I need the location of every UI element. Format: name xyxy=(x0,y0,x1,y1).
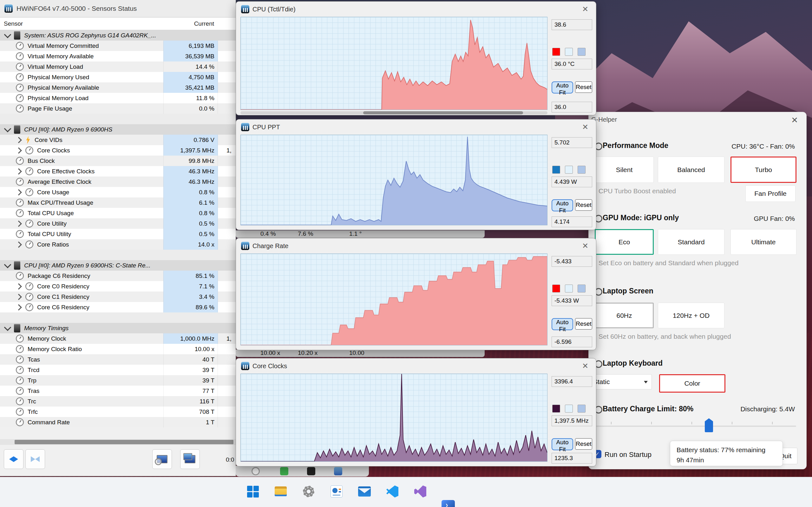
sensor-row[interactable]: Core C1 Residency3.4 % xyxy=(0,291,236,302)
scrollbar-thumb[interactable] xyxy=(363,111,523,114)
sensor-row[interactable]: Core Effective Clocks46.3 MHz xyxy=(0,166,236,176)
graph-window-titlebar[interactable]: CPU (Tctl/Tdie)✕ xyxy=(236,2,596,17)
graph-scrollbar[interactable] xyxy=(241,111,548,114)
auto-fit-button[interactable]: Auto Fit xyxy=(552,199,573,211)
graph-window-titlebar[interactable]: Core Clocks✕ xyxy=(236,358,596,374)
sensor-row[interactable]: Physical Memory Available35,421 MB xyxy=(0,82,236,93)
taskbar-icon-explorer[interactable] xyxy=(274,485,288,498)
scrollbar-thumb[interactable] xyxy=(14,440,234,444)
auto-fit-button[interactable]: Auto Fit xyxy=(552,438,573,450)
background-color-swatch[interactable] xyxy=(565,166,573,174)
close-icon[interactable]: ✕ xyxy=(582,123,589,131)
expand-icon[interactable] xyxy=(15,168,22,175)
sensor-row[interactable]: Core VIDs0.786 V xyxy=(0,135,236,145)
taskbar-icon-start[interactable] xyxy=(246,485,260,498)
sensor-row[interactable]: Core Usage0.8 % xyxy=(0,187,236,198)
sensor-row[interactable]: Core C0 Residency7.1 % xyxy=(0,281,236,291)
collapse-icon[interactable] xyxy=(4,324,11,331)
graph-window-titlebar[interactable]: CPU PPT✕ xyxy=(236,119,596,135)
sensor-group-row[interactable]: CPU [#0]: AMD Ryzen 9 6900HS: C-State Re… xyxy=(0,260,236,271)
background-color-swatch[interactable] xyxy=(565,285,573,292)
series-color-swatch[interactable] xyxy=(552,48,560,56)
grid-color-swatch[interactable] xyxy=(577,285,586,292)
gpu-button-eco[interactable]: Eco xyxy=(595,229,654,255)
sensor-row[interactable]: Trcd39 T xyxy=(0,365,236,375)
mode-button-silent[interactable]: Silent xyxy=(595,157,654,183)
sensor-row[interactable]: Package C6 Residency85.1 % xyxy=(0,271,236,281)
monitor-search-button[interactable] xyxy=(152,449,172,469)
keyboard-mode-dropdown[interactable]: Static xyxy=(590,374,652,389)
column-header-current[interactable]: Current xyxy=(163,20,214,27)
sensor-row[interactable]: Core C6 Residency89.6 % xyxy=(0,302,236,313)
expand-icon[interactable] xyxy=(15,304,22,311)
close-icon[interactable]: ✕ xyxy=(791,115,798,125)
close-icon[interactable]: ✕ xyxy=(582,361,589,371)
remote-monitors-button[interactable] xyxy=(180,449,200,469)
fan-profile-button[interactable]: Fan Profile xyxy=(745,185,796,202)
reset-button[interactable]: Reset xyxy=(575,318,592,330)
grid-color-swatch[interactable] xyxy=(577,48,586,56)
screen-button-120hz[interactable]: 120Hz + OD xyxy=(658,302,724,328)
expand-icon[interactable] xyxy=(15,221,22,227)
close-icon[interactable]: ✕ xyxy=(582,5,589,14)
sensor-row[interactable]: Core Ratios14.0 x xyxy=(0,239,236,250)
sensor-row[interactable]: Tcas40 T xyxy=(0,354,236,365)
taskbar-icon-powershell[interactable] xyxy=(441,498,455,507)
taskbar-icon-visual-studio[interactable] xyxy=(413,485,427,498)
collapse-icon[interactable] xyxy=(4,125,11,132)
grid-color-swatch[interactable] xyxy=(577,405,586,412)
sensor-row[interactable]: Memory Clock Ratio10.00 x xyxy=(0,344,236,354)
sensor-row[interactable]: Virtual Memory Available36,539 MB xyxy=(0,51,236,61)
collapse-icon[interactable] xyxy=(4,31,11,38)
expand-icon[interactable] xyxy=(15,241,22,248)
sensor-row[interactable]: Total CPU Utility0.5 % xyxy=(0,229,236,239)
taskbar-icon-mail[interactable] xyxy=(357,485,371,498)
sensor-row[interactable]: Bus Clock99.8 MHz xyxy=(0,156,236,166)
background-color-swatch[interactable] xyxy=(565,405,573,412)
auto-fit-button[interactable]: Auto Fit xyxy=(552,318,573,330)
mode-button-turbo[interactable]: Turbo xyxy=(730,157,797,183)
sensor-row[interactable]: Tras77 T xyxy=(0,386,236,396)
horizontal-scrollbar[interactable] xyxy=(0,439,236,445)
column-header-sensor[interactable]: Sensor xyxy=(4,20,23,27)
screen-button-60hz[interactable]: 60Hz xyxy=(595,302,654,328)
sensor-row[interactable]: Page File Usage0.0 % xyxy=(0,103,236,114)
expand-icon[interactable] xyxy=(15,147,22,154)
series-color-swatch[interactable] xyxy=(552,166,560,174)
graph-window-titlebar[interactable]: Charge Rate✕ xyxy=(236,238,596,253)
taskbar-icon-settings[interactable] xyxy=(302,485,316,498)
gpu-button-standard[interactable]: Standard xyxy=(658,229,724,255)
taskbar-icon-vscode[interactable] xyxy=(386,485,399,498)
sensor-group-row[interactable]: CPU [#0]: AMD Ryzen 9 6900HS xyxy=(0,124,236,135)
taskbar-icon-system-tool[interactable] xyxy=(329,485,344,498)
hwinfo-titlebar[interactable]: HWiNFO64 v7.40-5000 - Sensors Status xyxy=(0,0,236,17)
collapse-icon[interactable] xyxy=(4,261,11,268)
keyboard-color-button[interactable]: Color xyxy=(659,374,725,393)
gpu-button-ultimate[interactable]: Ultimate xyxy=(730,229,797,255)
sensor-row[interactable]: Core Utility0.5 % xyxy=(0,218,236,229)
collapse-columns-button[interactable] xyxy=(26,449,45,469)
battery-limit-slider[interactable] xyxy=(595,426,796,427)
sensor-row[interactable]: Virtual Memory Load14.4 % xyxy=(0,61,236,72)
expand-icon[interactable] xyxy=(15,189,22,195)
sensor-group-row[interactable]: System: ASUS ROG Zephyrus G14 GA402RK_..… xyxy=(0,30,236,41)
sensor-row[interactable]: Core Clocks1,397.5 MHz1, xyxy=(0,145,236,156)
grid-color-swatch[interactable] xyxy=(577,166,586,174)
reset-button[interactable]: Reset xyxy=(575,438,592,450)
close-icon[interactable]: ✕ xyxy=(582,241,589,250)
expand-icon[interactable] xyxy=(15,294,22,300)
sensor-row[interactable]: Trp39 T xyxy=(0,375,236,386)
sensor-row[interactable]: Physical Memory Used4,750 MB xyxy=(0,72,236,82)
sensor-group-row[interactable]: Memory Timings xyxy=(0,323,236,333)
sensor-row[interactable]: Average Effective Clock46.3 MHz xyxy=(0,176,236,187)
reset-button[interactable]: Reset xyxy=(575,199,592,211)
sensor-row[interactable]: Physical Memory Load11.8 % xyxy=(0,93,236,103)
mode-button-balanced[interactable]: Balanced xyxy=(658,157,724,183)
expand-columns-button[interactable] xyxy=(4,449,23,469)
series-color-swatch[interactable] xyxy=(552,405,560,412)
reset-button[interactable]: Reset xyxy=(575,81,592,93)
expand-icon[interactable] xyxy=(15,283,22,290)
auto-fit-button[interactable]: Auto Fit xyxy=(552,81,573,94)
sensor-row[interactable]: Command Rate1 T xyxy=(0,417,236,428)
sensor-row[interactable]: Total CPU Usage0.8 % xyxy=(0,208,236,218)
